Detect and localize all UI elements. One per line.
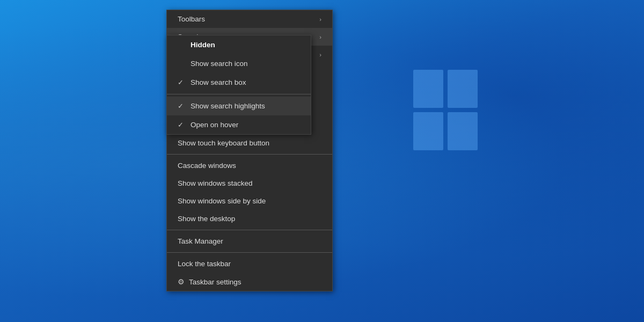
win-logo-pane-br [448, 112, 478, 150]
submenu-item-show-box[interactable]: ✓ Show search box [167, 73, 311, 92]
win-logo-pane-bl [413, 112, 443, 150]
locktaskbar-label: Lock the taskbar [178, 260, 231, 268]
toolbars-chevron: › [319, 16, 321, 23]
hidden-check [178, 41, 185, 49]
show-highlights-check: ✓ [178, 102, 185, 110]
show-box-label: Show search box [191, 78, 246, 86]
menu-item-sidebyside[interactable]: Show windows side by side [167, 192, 332, 210]
menu-item-taskbarsettings[interactable]: ⚙ Taskbar settings [167, 273, 332, 291]
menu-item-taskmanager[interactable]: Task Manager [167, 232, 332, 250]
menu-item-showdesktop[interactable]: Show the desktop [167, 210, 332, 228]
menu-item-locktaskbar[interactable]: Lock the taskbar [167, 255, 332, 273]
search-chevron: › [319, 34, 321, 40]
win-logo-pane-tl [413, 70, 443, 108]
submenu-item-hidden[interactable]: Hidden [167, 35, 311, 54]
news-chevron: › [319, 52, 321, 58]
sidebyside-label: Show windows side by side [178, 197, 266, 205]
show-icon-label: Show search icon [191, 60, 248, 68]
search-submenu: Hidden Show search icon ✓ Show search bo… [166, 35, 311, 135]
toolbars-label: Toolbars [178, 15, 205, 23]
submenu-item-show-highlights[interactable]: ✓ Show search highlights [167, 97, 311, 115]
windows-logo [413, 70, 478, 150]
submenu-item-open-hover[interactable]: ✓ Open on hover [167, 115, 311, 134]
show-box-check: ✓ [178, 78, 185, 86]
hidden-label: Hidden [191, 41, 215, 49]
menu-item-toolbars[interactable]: Toolbars › [167, 10, 332, 28]
separator-1 [167, 154, 332, 155]
gear-icon: ⚙ [178, 277, 185, 286]
open-hover-check: ✓ [178, 121, 185, 129]
submenu-item-show-icon[interactable]: Show search icon [167, 54, 311, 73]
submenu-separator-1 [167, 94, 311, 94]
show-highlights-label: Show search highlights [191, 102, 265, 110]
show-icon-check [178, 60, 185, 68]
menu-item-keyboard[interactable]: Show touch keyboard button [167, 134, 332, 152]
cascade-label: Cascade windows [178, 162, 236, 170]
taskbarsettings-label: Taskbar settings [189, 278, 241, 286]
separator-2 [167, 230, 332, 230]
keyboard-label: Show touch keyboard button [178, 139, 269, 147]
menu-item-stacked[interactable]: Show windows stacked [167, 174, 332, 192]
win-logo-pane-tr [448, 70, 478, 108]
separator-3 [167, 252, 332, 253]
stacked-label: Show windows stacked [178, 179, 253, 187]
menu-item-cascade[interactable]: Cascade windows [167, 157, 332, 174]
open-hover-label: Open on hover [191, 121, 238, 129]
showdesktop-label: Show the desktop [178, 215, 235, 223]
taskmanager-label: Task Manager [178, 237, 223, 245]
